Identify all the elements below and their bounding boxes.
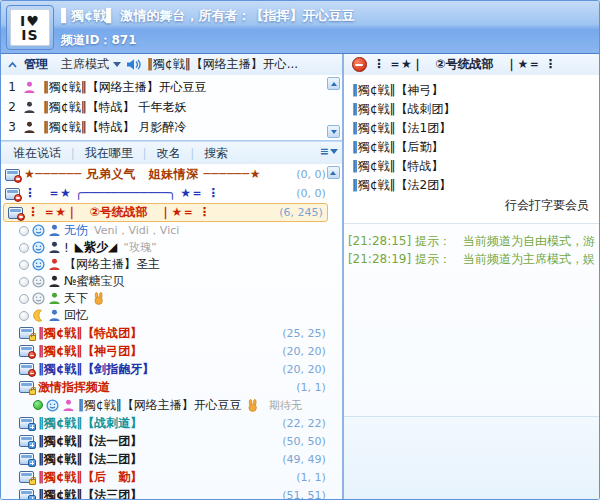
person-icon xyxy=(23,121,36,134)
channel-row[interactable]: ‖獨¢戦‖【后 勤】 (1, 1) xyxy=(1,468,342,486)
channel-group-row[interactable]: ⋮ ＝★ ╭────────────╮ ★＝ ⋮ (0, 0) xyxy=(1,184,342,203)
channel-window-icon xyxy=(5,188,20,200)
tab-who-speaking[interactable]: 谁在说话 xyxy=(7,145,67,162)
member-row[interactable]: 回忆 xyxy=(1,307,342,324)
smiley-icon xyxy=(32,258,45,271)
minus-badge-icon xyxy=(14,175,22,183)
tab-bar: 谁在说话 ｜ 我在哪里 ｜ 改名 ｜ 搜索 ≡ xyxy=(1,142,342,164)
channel-row[interactable]: 激情指挥频道 (1, 1) xyxy=(1,378,342,396)
member-count: (0, 0) xyxy=(292,168,326,181)
announcement-side-note: 行会打字要会员 xyxy=(505,196,589,215)
plus-badge-icon xyxy=(28,495,36,499)
member-nick-deco: ◣紫少◢ xyxy=(75,239,117,256)
member-count: (20, 20) xyxy=(278,363,326,376)
tab-rename[interactable]: 改名 xyxy=(151,145,187,162)
chevron-up-icon xyxy=(7,60,18,69)
channel-window-icon xyxy=(19,453,34,465)
member-row[interactable]: 无伤 Veni，Vidi，Vici xyxy=(1,222,342,239)
lock-badge-icon xyxy=(29,335,36,341)
rabbit-icon xyxy=(246,399,260,412)
channel-id: 频道ID：871 xyxy=(61,32,593,49)
channel-row-selected[interactable]: ⋮ ＝★｜ ②号统战部 ｜★＝ ⋮ (6, 245) xyxy=(3,203,328,222)
chat-input-area[interactable] xyxy=(344,416,599,499)
member-count: (49, 49) xyxy=(278,453,326,466)
minus-badge-icon xyxy=(17,213,25,221)
channel-window-icon xyxy=(19,417,34,429)
channel-window-icon xyxy=(19,471,34,483)
channel-row[interactable]: ‖獨¢戦‖【法二团】 (49, 49) xyxy=(1,450,342,468)
app-logo[interactable]: I♥ IS xyxy=(6,5,54,50)
person-icon xyxy=(48,241,61,254)
channel-window-icon xyxy=(5,169,20,181)
mic-user-name: ‖獨¢戦‖【特战】 月影醉冷 xyxy=(43,119,186,136)
minus-badge-icon xyxy=(14,194,22,202)
channel-row[interactable]: ‖獨¢戦‖【神弓团】 (20, 20) xyxy=(1,342,342,360)
now-speaking: ‖獨¢戦‖【网络主播】开心... xyxy=(126,56,298,73)
member-signature: 期待无 xyxy=(269,398,302,413)
plus-badge-icon xyxy=(28,441,36,449)
channel-toolbar: 管理 主席模式 ‖獨¢戦‖【网络主播】开心... xyxy=(1,54,342,75)
scroll-up-button[interactable] xyxy=(327,77,340,90)
channel-window-icon xyxy=(19,363,34,375)
announcement-line: ‖獨¢戦‖【法1团】 xyxy=(352,119,591,138)
member-name: ‖獨¢戦‖【网络主播】开心豆豆 xyxy=(78,397,242,414)
rabbit-icon xyxy=(92,292,106,305)
member-signature: Veni，Vidi，Vici xyxy=(94,223,179,238)
member-row[interactable]: 【网络主播】圣主 xyxy=(1,256,342,273)
member-count: (6, 245) xyxy=(275,206,323,219)
voice-dot-icon xyxy=(19,311,29,321)
smiley-icon xyxy=(32,292,45,305)
member-count: (51, 51) xyxy=(278,489,326,500)
member-row[interactable]: 天下 xyxy=(1,290,342,307)
speaking-name: ‖獨¢戦‖【网络主播】开心... xyxy=(147,56,298,73)
channel-row[interactable]: ‖獨¢戦‖【战刺道】 (22, 22) xyxy=(1,414,342,432)
mode-dropdown[interactable]: 主席模式 xyxy=(61,56,121,73)
voice-dot-active-icon xyxy=(33,400,43,410)
channel-window-icon xyxy=(19,345,34,357)
person-icon xyxy=(48,309,61,322)
channel-row[interactable]: ‖獨¢戦‖【特战团】 (25, 25) xyxy=(1,324,342,342)
chat-message: [21:28:15] 提示： 当前频道为自由模式，游 xyxy=(348,232,595,250)
member-count: (0, 0) xyxy=(292,187,326,200)
mic-user-name: ‖獨¢戦‖【特战】 千年老妖 xyxy=(43,99,186,116)
tab-where-am-i[interactable]: 我在哪里 xyxy=(79,145,139,162)
member-count: (25, 25) xyxy=(278,327,326,340)
smiley-icon xyxy=(46,399,59,412)
member-signature: “玫瑰” xyxy=(123,240,156,255)
tab-search[interactable]: 搜索 xyxy=(198,145,234,162)
channel-window-icon xyxy=(19,327,34,339)
list-options-icon[interactable]: ≡ xyxy=(320,145,338,158)
channel-title: ▌獨¢戦▌ 激情的舞台，所有者：【指挥】开心豆豆 xyxy=(61,7,593,25)
voice-dot-icon xyxy=(19,243,29,253)
voice-dot-icon xyxy=(19,260,29,270)
mic-queue-row[interactable]: 3 ‖獨¢戦‖【特战】 月影醉冷 xyxy=(1,117,326,137)
title-block: ▌獨¢戦▌ 激情的舞台，所有者：【指挥】开心豆豆 频道ID：871 xyxy=(61,7,593,49)
mic-scrollbar[interactable] xyxy=(327,77,341,138)
chat-message: [21:28:19] 提示： 当前频道为主席模式，娱 xyxy=(348,250,595,268)
channel-row[interactable]: ‖獨¢戦‖【法三团】 (51, 51) xyxy=(1,486,342,499)
mic-queue: 1 ‖獨¢戦‖【网络主播】开心豆豆 2 ‖獨¢戦‖【特战】 千年老妖 3 ‖獨¢… xyxy=(1,75,342,140)
plus-badge-icon xyxy=(28,459,36,467)
manage-button[interactable]: 管理 xyxy=(7,56,48,73)
member-row[interactable]: ! ◣紫少◢ “玫瑰” xyxy=(1,239,342,256)
member-row-speaking[interactable]: ‖獨¢戦‖【网络主播】开心豆豆 期待无 xyxy=(1,396,342,414)
voice-dot-icon xyxy=(19,226,29,236)
app-logo-text: I♥ IS xyxy=(10,9,50,46)
smiley-icon xyxy=(32,224,45,237)
channel-row[interactable]: ‖獨¢戦‖【剑指龅牙】 (20, 20) xyxy=(1,360,342,378)
scroll-down-button[interactable] xyxy=(327,125,340,138)
channel-row[interactable]: ‖獨¢戦‖【法一团】 (50, 50) xyxy=(1,432,342,450)
person-icon xyxy=(23,101,36,114)
mic-queue-row[interactable]: 2 ‖獨¢戦‖【特战】 千年老妖 xyxy=(1,97,326,117)
announcement-line: ‖獨¢戦‖【法2团】 xyxy=(352,176,591,195)
person-icon xyxy=(48,292,61,305)
channel-group-row[interactable]: ★────── 兄弟义气 姐妹情深 ──────★ (0, 0) xyxy=(1,165,342,184)
voice-dot-icon xyxy=(19,294,29,304)
tree-scroll-up-button[interactable] xyxy=(327,166,340,179)
minus-circle-icon[interactable] xyxy=(352,57,367,72)
person-icon xyxy=(62,399,75,412)
left-panel: 管理 主席模式 ‖獨¢戦‖【网络主播】开心... 1 ‖獨¢戦‖【网络主播】开心… xyxy=(1,54,342,499)
channel-window-icon xyxy=(19,435,34,447)
mic-queue-row[interactable]: 1 ‖獨¢戦‖【网络主播】开心豆豆 xyxy=(1,77,326,97)
member-row[interactable]: №蜜糖宝贝 xyxy=(1,273,342,290)
